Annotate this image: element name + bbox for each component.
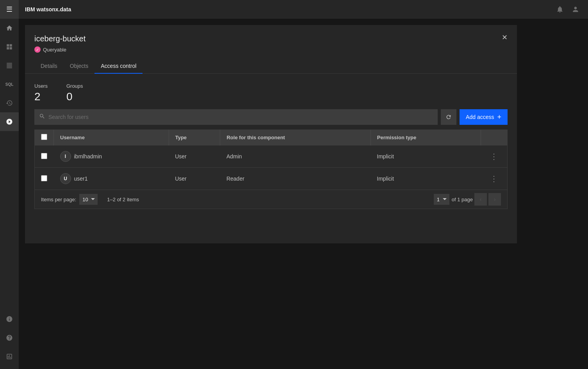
toolbar: Add access + <box>25 109 517 125</box>
queryable-status-dot: ✓ <box>34 46 41 53</box>
pagination-range: 1–2 of 2 items <box>107 197 139 202</box>
table-row: I ibmlhadmin User Admin Implicit ⋮ <box>35 145 507 168</box>
refresh-button[interactable] <box>441 109 456 125</box>
modal-title: iceberg-bucket <box>34 34 508 43</box>
row2-type: User <box>169 168 220 190</box>
app-title: IBM watsonx.data <box>25 6 71 12</box>
items-per-page-label: Items per page: <box>41 197 76 202</box>
row1-actions-cell: ⋮ <box>481 145 507 168</box>
pagination: Items per page: 10 20 50 1–2 of 2 items … <box>35 190 507 209</box>
row2-actions-cell: ⋮ <box>481 168 507 190</box>
modal-header: iceberg-bucket ✓ Queryable ✕ <box>25 25 517 59</box>
sidebar-bottom <box>0 310 19 369</box>
row1-username: I ibmlhadmin <box>60 151 163 162</box>
page-select[interactable]: 1 <box>434 194 449 205</box>
username-header: Username <box>54 130 169 145</box>
sidebar: ☰ SQL <box>0 0 19 369</box>
sidebar-top: ☰ SQL <box>0 0 19 131</box>
tab-details[interactable]: Details <box>34 59 64 74</box>
search-input[interactable] <box>48 114 433 120</box>
next-page-button[interactable]: › <box>488 193 501 206</box>
main-content: iceberg-bucket ✓ Queryable ✕ Details Obj… <box>19 19 588 369</box>
type-header: Type <box>169 130 220 145</box>
permission-header: Permission type <box>371 130 481 145</box>
table-body: I ibmlhadmin User Admin Implicit ⋮ <box>35 145 507 190</box>
role-header: Role for this component <box>220 130 371 145</box>
row2-username: U user1 <box>60 173 163 184</box>
row1-username-text: ibmlhadmin <box>74 153 102 160</box>
query-icon[interactable] <box>0 112 19 131</box>
row1-type: User <box>169 145 220 168</box>
users-stat: Users 2 <box>34 83 48 103</box>
pagination-right: 1 of 1 page ‹ › <box>434 193 501 206</box>
notification-icon[interactable] <box>554 3 566 16</box>
menu-icon[interactable]: ☰ <box>0 0 19 19</box>
row2-permission: Implicit <box>371 168 481 190</box>
row2-checkbox[interactable] <box>41 175 47 181</box>
search-icon <box>39 113 45 121</box>
actions-header <box>481 130 507 145</box>
modal-status: ✓ Queryable <box>34 46 508 53</box>
modal-panel: iceberg-bucket ✓ Queryable ✕ Details Obj… <box>25 25 517 243</box>
close-button[interactable]: ✕ <box>498 31 511 44</box>
page-select-container: 1 of 1 page <box>434 194 473 205</box>
row1-checkbox-cell <box>35 145 54 168</box>
row1-overflow-button[interactable]: ⋮ <box>487 150 501 163</box>
groups-stat: Groups 0 <box>66 83 83 103</box>
row2-overflow-button[interactable]: ⋮ <box>487 172 501 185</box>
add-icon: + <box>497 113 501 121</box>
row1-checkbox[interactable] <box>41 153 47 159</box>
user-profile-icon[interactable] <box>569 3 582 16</box>
resource-icon[interactable] <box>0 347 19 366</box>
of-page-label: of 1 page <box>452 197 473 202</box>
tabs: Details Objects Access control <box>25 59 517 74</box>
prev-page-button[interactable]: ‹ <box>474 193 487 206</box>
users-label: Users <box>34 83 48 89</box>
row2-avatar: U <box>60 173 71 184</box>
table-container: Username Type Role for this component Pe… <box>34 130 508 209</box>
search-container <box>34 109 438 125</box>
groups-label: Groups <box>66 83 83 89</box>
info-icon[interactable] <box>0 310 19 328</box>
users-count: 2 <box>34 90 48 103</box>
add-access-label: Add access <box>466 114 494 120</box>
row2-checkbox-cell <box>35 168 54 190</box>
row2-username-text: user1 <box>74 176 88 182</box>
groups-count: 0 <box>66 90 83 103</box>
row1-username-cell: I ibmlhadmin <box>54 145 169 168</box>
grid-icon[interactable] <box>0 37 19 56</box>
help-icon[interactable] <box>0 328 19 347</box>
stats-row: Users 2 Groups 0 <box>25 74 517 109</box>
sql-icon[interactable]: SQL <box>0 75 19 94</box>
select-all-checkbox[interactable] <box>41 134 47 140</box>
row1-avatar: I <box>60 151 71 162</box>
row1-role: Admin <box>220 145 371 168</box>
topnav-actions <box>554 3 582 16</box>
home-icon[interactable] <box>0 19 19 37</box>
add-access-button[interactable]: Add access + <box>460 109 508 125</box>
select-all-header <box>35 130 54 145</box>
queryable-label: Queryable <box>43 47 66 53</box>
table-icon[interactable] <box>0 56 19 75</box>
history-icon[interactable] <box>0 94 19 112</box>
row1-permission: Implicit <box>371 145 481 168</box>
users-table: Username Type Role for this component Pe… <box>35 130 507 190</box>
tab-objects[interactable]: Objects <box>64 59 94 74</box>
items-per-page-select[interactable]: 10 20 50 <box>79 194 98 205</box>
table-row: U user1 User Reader Implicit ⋮ <box>35 168 507 190</box>
row2-username-cell: U user1 <box>54 168 169 190</box>
topnav: IBM watsonx.data <box>19 0 588 19</box>
pagination-left: Items per page: 10 20 50 1–2 of 2 items <box>41 194 139 205</box>
table-header: Username Type Role for this component Pe… <box>35 130 507 145</box>
row2-role: Reader <box>220 168 371 190</box>
tab-access-control[interactable]: Access control <box>94 59 143 74</box>
